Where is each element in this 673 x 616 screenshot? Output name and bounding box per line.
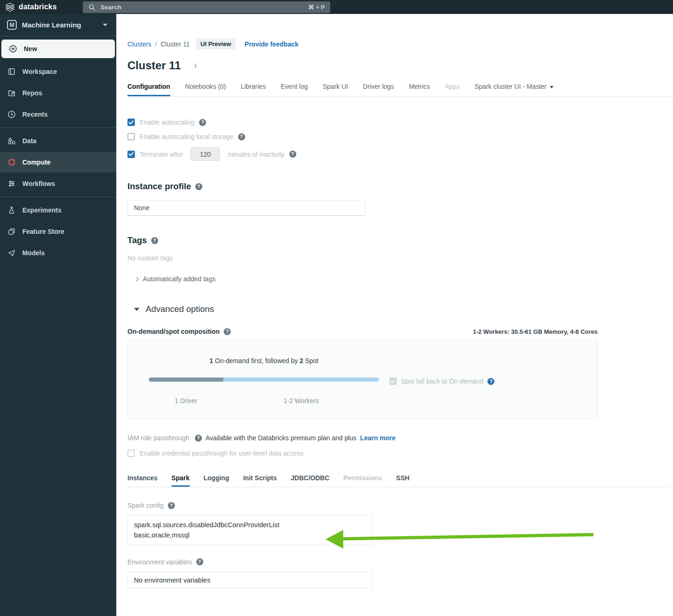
sidebar-divider: [0, 197, 116, 197]
workspace-icon: [7, 67, 16, 76]
sidebar-item-repos[interactable]: Repos: [0, 83, 116, 103]
help-icon[interactable]: [151, 237, 158, 244]
spot-composition-slider[interactable]: [149, 378, 379, 382]
subtab-ssh[interactable]: SSH: [396, 474, 410, 487]
chevron-down-icon: [103, 24, 107, 26]
spark-config-label-row: Spark config: [127, 502, 673, 509]
sidebar-item-new[interactable]: New: [1, 40, 115, 58]
ui-preview-badge: UI Preview: [196, 39, 235, 49]
tab-spark-cluster-ui[interactable]: Spark cluster UI - Master: [474, 83, 553, 96]
breadcrumb-clusters-link[interactable]: Clusters: [127, 40, 151, 48]
sidebar-item-models[interactable]: Models: [0, 243, 116, 263]
automatically-added-tags-label: Automatically added tags: [143, 275, 215, 283]
sidebar-item-label: Models: [22, 249, 45, 257]
tab-notebooks[interactable]: Notebooks (0): [185, 83, 226, 96]
sidebar-item-workspace[interactable]: Workspace: [0, 61, 116, 82]
autoscaling-local-storage-checkbox[interactable]: [127, 133, 135, 140]
no-custom-tags-text: No custom tags: [127, 254, 673, 262]
help-icon[interactable]: [195, 435, 202, 442]
subtab-permissions: Permissions: [343, 474, 382, 487]
global-search[interactable]: ⌘ + P: [83, 1, 330, 13]
subtab-jdbc-odbc[interactable]: JDBC/ODBC: [291, 474, 329, 487]
top-bar: databricks ⌘ + P: [0, 0, 673, 14]
models-icon: [7, 249, 16, 257]
sidebar-item-data[interactable]: Data: [0, 131, 116, 151]
spot-count: 2: [300, 357, 303, 364]
cluster-tabs: Configuration Notebooks (0) Libraries Ev…: [127, 83, 673, 97]
help-icon[interactable]: [199, 119, 206, 126]
automatically-added-tags-toggle[interactable]: Automatically added tags: [135, 275, 673, 283]
spark-config-label: Spark config: [127, 502, 164, 509]
sidebar-item-label: Experiments: [22, 206, 61, 214]
spot-segment: [223, 378, 379, 382]
sidebar-item-label: Data: [22, 137, 36, 145]
subtab-logging[interactable]: Logging: [204, 474, 229, 487]
tab-event-log[interactable]: Event log: [280, 83, 307, 96]
spark-config-textarea[interactable]: spark.sql.sources.disabledJdbcConnProvid…: [127, 515, 373, 545]
sidebar-item-workflows[interactable]: Workflows: [0, 173, 116, 194]
breadcrumb-current: Cluster 11: [160, 40, 190, 48]
slider-labels: 1 Driver 1-2 Workers: [149, 397, 379, 404]
tags-heading-row: Tags: [127, 235, 673, 245]
sidebar-item-compute[interactable]: Compute: [0, 152, 116, 172]
instance-profile-heading-row: Instance profile: [127, 181, 673, 192]
help-icon[interactable]: [238, 133, 245, 140]
search-input[interactable]: [100, 3, 304, 11]
spot-fallback-label: Spot fall back to On-demand: [401, 378, 483, 385]
terminate-minutes-input[interactable]: [190, 147, 220, 161]
help-icon[interactable]: [195, 183, 202, 190]
help-icon[interactable]: [196, 558, 203, 565]
terminate-after-label: Terminate after: [140, 151, 183, 158]
brand-name: databricks: [19, 3, 57, 11]
spot-title-mid: On-demand first, followed by: [215, 357, 298, 364]
help-icon[interactable]: [289, 151, 296, 158]
subtab-init-scripts[interactable]: Init Scripts: [243, 474, 277, 487]
chevron-down-icon: [550, 86, 553, 88]
ondemand-segment: [149, 378, 223, 382]
enable-autoscaling-checkbox[interactable]: [127, 119, 135, 126]
advanced-options-toggle[interactable]: Advanced options: [134, 304, 673, 314]
advanced-options-label: Advanced options: [146, 304, 214, 314]
autoscaling-local-storage-row: Enable autoscaling local storage: [127, 133, 673, 140]
sidebar-item-experiments[interactable]: Experiments: [0, 200, 116, 220]
tab-spark-cluster-ui-label: Spark cluster UI - Master: [474, 83, 546, 90]
terminate-after-checkbox[interactable]: [127, 151, 135, 158]
tags-heading: Tags: [127, 235, 147, 245]
clock-icon: [7, 110, 16, 119]
sidebar-item-label: Feature Store: [22, 228, 64, 235]
terminate-after-row: Terminate after minutes of inactivity: [127, 147, 673, 161]
subtab-spark[interactable]: Spark: [172, 474, 190, 487]
sidebar-divider: [0, 127, 116, 128]
ondemand-count: 1: [209, 357, 213, 364]
sidebar-item-label: Repos: [22, 89, 42, 97]
help-icon[interactable]: [168, 502, 175, 509]
instance-profile-select[interactable]: None: [127, 200, 366, 216]
spot-fallback-checkbox[interactable]: [389, 378, 397, 385]
tab-driver-logs[interactable]: Driver logs: [363, 83, 394, 96]
sidebar-item-label: Workflows: [22, 180, 55, 187]
help-icon[interactable]: [224, 328, 231, 335]
environment-variables-textarea[interactable]: No environment variables: [127, 572, 373, 589]
tab-spark-ui[interactable]: Spark UI: [323, 83, 348, 96]
persona-switcher[interactable]: M Machine Learning: [0, 14, 116, 36]
sidebar-item-recents[interactable]: Recents: [0, 104, 116, 125]
tab-libraries[interactable]: Libraries: [241, 83, 266, 96]
learn-more-link[interactable]: Learn more: [360, 434, 395, 442]
sidebar-item-feature-store[interactable]: Feature Store: [0, 221, 116, 242]
compute-icon: [7, 158, 16, 166]
subtab-instances[interactable]: Instances: [127, 474, 158, 487]
provide-feedback-link[interactable]: Provide feedback: [245, 40, 299, 48]
title-row: Cluster 11: [127, 59, 673, 72]
terminate-after-suffix: minutes of inactivity: [227, 151, 284, 158]
tab-configuration[interactable]: Configuration: [127, 83, 170, 96]
spot-fallback-row: Spot fall back to On-demand: [389, 378, 494, 385]
help-icon[interactable]: [487, 378, 494, 385]
databricks-logo[interactable]: databricks: [0, 3, 83, 12]
spot-composition-label-row: On-demand/spot composition: [127, 328, 231, 335]
credential-passthrough-checkbox[interactable]: [127, 450, 135, 457]
sidebar-item-label: Recents: [22, 111, 47, 118]
tab-apps: Apps: [445, 83, 460, 96]
tab-metrics[interactable]: Metrics: [409, 83, 430, 96]
workers-label: 1-2 Workers: [223, 397, 379, 404]
sidebar-item-label: Workspace: [22, 68, 57, 75]
